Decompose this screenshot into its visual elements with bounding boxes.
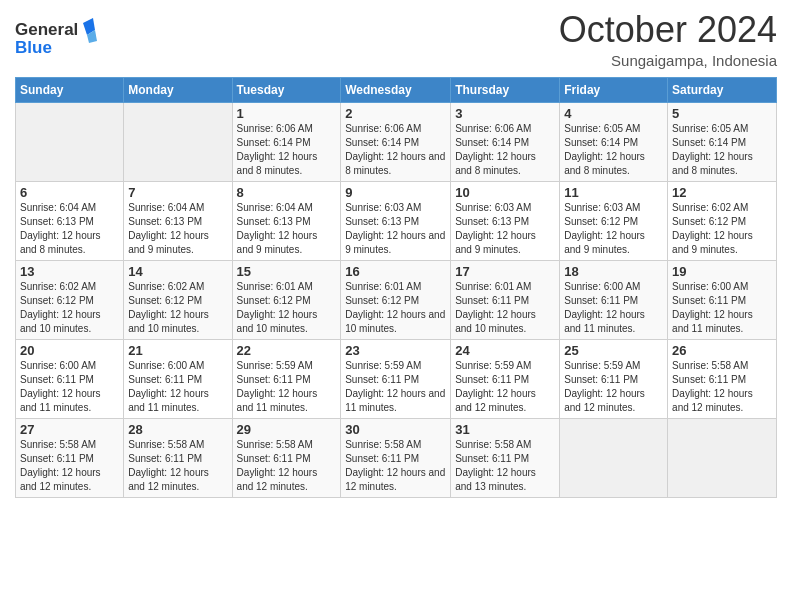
sunrise: Sunrise: 5:59 AM xyxy=(455,360,531,371)
sunset: Sunset: 6:14 PM xyxy=(345,137,419,148)
day-info: Sunrise: 5:59 AMSunset: 6:11 PMDaylight:… xyxy=(345,359,446,415)
day-info: Sunrise: 6:02 AMSunset: 6:12 PMDaylight:… xyxy=(128,280,227,336)
daylight: Daylight: 12 hours and 11 minutes. xyxy=(20,388,101,413)
sunrise: Sunrise: 5:59 AM xyxy=(237,360,313,371)
day-info: Sunrise: 5:58 AMSunset: 6:11 PMDaylight:… xyxy=(455,438,555,494)
sunset: Sunset: 6:12 PM xyxy=(128,295,202,306)
sunset: Sunset: 6:11 PM xyxy=(345,453,419,464)
day-number: 26 xyxy=(672,343,772,358)
daylight: Daylight: 12 hours and 8 minutes. xyxy=(345,151,445,176)
calendar-cell: 12Sunrise: 6:02 AMSunset: 6:12 PMDayligh… xyxy=(668,181,777,260)
day-number: 28 xyxy=(128,422,227,437)
sunrise: Sunrise: 6:01 AM xyxy=(455,281,531,292)
daylight: Daylight: 12 hours and 12 minutes. xyxy=(672,388,753,413)
sunset: Sunset: 6:12 PM xyxy=(20,295,94,306)
sunset: Sunset: 6:11 PM xyxy=(237,453,311,464)
day-number: 4 xyxy=(564,106,663,121)
calendar-cell: 19Sunrise: 6:00 AMSunset: 6:11 PMDayligh… xyxy=(668,260,777,339)
sunrise: Sunrise: 6:04 AM xyxy=(20,202,96,213)
daylight: Daylight: 12 hours and 9 minutes. xyxy=(237,230,318,255)
sunset: Sunset: 6:13 PM xyxy=(128,216,202,227)
sunrise: Sunrise: 6:03 AM xyxy=(455,202,531,213)
daylight: Daylight: 12 hours and 12 minutes. xyxy=(237,467,318,492)
day-info: Sunrise: 6:00 AMSunset: 6:11 PMDaylight:… xyxy=(128,359,227,415)
daylight: Daylight: 12 hours and 11 minutes. xyxy=(237,388,318,413)
sunrise: Sunrise: 6:03 AM xyxy=(564,202,640,213)
day-info: Sunrise: 6:03 AMSunset: 6:12 PMDaylight:… xyxy=(564,201,663,257)
title-section: October 2024 Sungaigampa, Indonesia xyxy=(559,10,777,69)
calendar-header-monday: Monday xyxy=(124,77,232,102)
day-number: 8 xyxy=(237,185,337,200)
location: Sungaigampa, Indonesia xyxy=(559,52,777,69)
calendar-cell: 4Sunrise: 6:05 AMSunset: 6:14 PMDaylight… xyxy=(560,102,668,181)
calendar-header-row: SundayMondayTuesdayWednesdayThursdayFrid… xyxy=(16,77,777,102)
sunrise: Sunrise: 6:02 AM xyxy=(128,281,204,292)
day-info: Sunrise: 5:59 AMSunset: 6:11 PMDaylight:… xyxy=(455,359,555,415)
daylight: Daylight: 12 hours and 12 minutes. xyxy=(564,388,645,413)
day-info: Sunrise: 5:58 AMSunset: 6:11 PMDaylight:… xyxy=(237,438,337,494)
day-info: Sunrise: 6:04 AMSunset: 6:13 PMDaylight:… xyxy=(237,201,337,257)
day-number: 12 xyxy=(672,185,772,200)
calendar-cell: 21Sunrise: 6:00 AMSunset: 6:11 PMDayligh… xyxy=(124,339,232,418)
calendar-cell: 9Sunrise: 6:03 AMSunset: 6:13 PMDaylight… xyxy=(341,181,451,260)
day-info: Sunrise: 6:03 AMSunset: 6:13 PMDaylight:… xyxy=(455,201,555,257)
day-info: Sunrise: 6:02 AMSunset: 6:12 PMDaylight:… xyxy=(20,280,119,336)
sunrise: Sunrise: 6:00 AM xyxy=(128,360,204,371)
calendar-header-friday: Friday xyxy=(560,77,668,102)
sunset: Sunset: 6:11 PM xyxy=(672,374,746,385)
daylight: Daylight: 12 hours and 10 minutes. xyxy=(128,309,209,334)
day-info: Sunrise: 6:03 AMSunset: 6:13 PMDaylight:… xyxy=(345,201,446,257)
calendar-cell: 11Sunrise: 6:03 AMSunset: 6:12 PMDayligh… xyxy=(560,181,668,260)
sunset: Sunset: 6:13 PM xyxy=(20,216,94,227)
calendar-week-2: 6Sunrise: 6:04 AMSunset: 6:13 PMDaylight… xyxy=(16,181,777,260)
day-info: Sunrise: 5:58 AMSunset: 6:11 PMDaylight:… xyxy=(20,438,119,494)
day-number: 31 xyxy=(455,422,555,437)
day-info: Sunrise: 6:04 AMSunset: 6:13 PMDaylight:… xyxy=(20,201,119,257)
sunrise: Sunrise: 5:59 AM xyxy=(564,360,640,371)
sunrise: Sunrise: 6:03 AM xyxy=(345,202,421,213)
sunset: Sunset: 6:11 PM xyxy=(564,374,638,385)
sunset: Sunset: 6:12 PM xyxy=(564,216,638,227)
daylight: Daylight: 12 hours and 8 minutes. xyxy=(455,151,536,176)
calendar-header-wednesday: Wednesday xyxy=(341,77,451,102)
day-number: 18 xyxy=(564,264,663,279)
calendar-week-3: 13Sunrise: 6:02 AMSunset: 6:12 PMDayligh… xyxy=(16,260,777,339)
day-info: Sunrise: 6:05 AMSunset: 6:14 PMDaylight:… xyxy=(672,122,772,178)
sunrise: Sunrise: 6:00 AM xyxy=(672,281,748,292)
sunset: Sunset: 6:13 PM xyxy=(455,216,529,227)
calendar-cell: 13Sunrise: 6:02 AMSunset: 6:12 PMDayligh… xyxy=(16,260,124,339)
sunrise: Sunrise: 6:04 AM xyxy=(237,202,313,213)
sunrise: Sunrise: 6:05 AM xyxy=(672,123,748,134)
calendar-cell: 20Sunrise: 6:00 AMSunset: 6:11 PMDayligh… xyxy=(16,339,124,418)
sunrise: Sunrise: 6:01 AM xyxy=(345,281,421,292)
daylight: Daylight: 12 hours and 11 minutes. xyxy=(345,388,445,413)
calendar-header-thursday: Thursday xyxy=(451,77,560,102)
day-number: 27 xyxy=(20,422,119,437)
daylight: Daylight: 12 hours and 9 minutes. xyxy=(672,230,753,255)
day-info: Sunrise: 6:04 AMSunset: 6:13 PMDaylight:… xyxy=(128,201,227,257)
day-number: 23 xyxy=(345,343,446,358)
day-number: 20 xyxy=(20,343,119,358)
month-title: October 2024 xyxy=(559,10,777,50)
calendar-cell: 23Sunrise: 5:59 AMSunset: 6:11 PMDayligh… xyxy=(341,339,451,418)
day-number: 16 xyxy=(345,264,446,279)
day-number: 24 xyxy=(455,343,555,358)
logo: General Blue xyxy=(15,15,105,63)
day-info: Sunrise: 5:59 AMSunset: 6:11 PMDaylight:… xyxy=(237,359,337,415)
sunset: Sunset: 6:11 PM xyxy=(128,374,202,385)
day-number: 30 xyxy=(345,422,446,437)
sunset: Sunset: 6:14 PM xyxy=(564,137,638,148)
calendar-cell: 25Sunrise: 5:59 AMSunset: 6:11 PMDayligh… xyxy=(560,339,668,418)
sunrise: Sunrise: 5:58 AM xyxy=(128,439,204,450)
calendar-header-tuesday: Tuesday xyxy=(232,77,341,102)
calendar-cell: 6Sunrise: 6:04 AMSunset: 6:13 PMDaylight… xyxy=(16,181,124,260)
sunrise: Sunrise: 6:00 AM xyxy=(20,360,96,371)
calendar-cell: 10Sunrise: 6:03 AMSunset: 6:13 PMDayligh… xyxy=(451,181,560,260)
daylight: Daylight: 12 hours and 10 minutes. xyxy=(237,309,318,334)
calendar-cell: 15Sunrise: 6:01 AMSunset: 6:12 PMDayligh… xyxy=(232,260,341,339)
day-info: Sunrise: 6:02 AMSunset: 6:12 PMDaylight:… xyxy=(672,201,772,257)
sunrise: Sunrise: 5:59 AM xyxy=(345,360,421,371)
calendar-header-saturday: Saturday xyxy=(668,77,777,102)
calendar-cell: 1Sunrise: 6:06 AMSunset: 6:14 PMDaylight… xyxy=(232,102,341,181)
day-info: Sunrise: 6:06 AMSunset: 6:14 PMDaylight:… xyxy=(345,122,446,178)
